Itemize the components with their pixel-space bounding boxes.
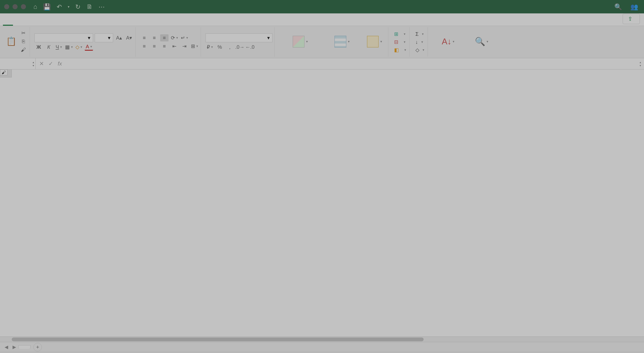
more-icon[interactable]: ⋯ [98, 3, 105, 11]
undo-dropdown-icon[interactable]: ▾ [68, 5, 70, 9]
font-name-select[interactable]: ▾ [34, 34, 93, 42]
titlebar: ⌂ 💾 ↶ ▾ ↻ 🗎 ⋯ 🔍 👥 [0, 0, 644, 14]
redo-icon[interactable]: ↻ [75, 3, 80, 11]
tab-developer[interactable] [79, 20, 89, 26]
cells-format-button[interactable]: ◧ [393, 47, 407, 53]
bold-button[interactable]: Ж [34, 44, 43, 51]
tab-formulas[interactable] [36, 20, 46, 26]
decrease-decimal-icon[interactable]: ←.0 [246, 44, 254, 51]
increase-font-icon[interactable]: A▴ [115, 34, 123, 42]
window-controls [4, 4, 26, 9]
ribbon-tabs: ⇪ [0, 14, 644, 26]
align-bottom-icon[interactable]: ≡ [160, 34, 168, 42]
sort-filter-icon[interactable]: A↓ [442, 35, 454, 48]
cell-styles-icon[interactable] [367, 36, 379, 48]
increase-indent-icon[interactable]: ⇥ [180, 43, 188, 50]
add-sheet-button[interactable]: + [34, 343, 42, 351]
align-right-icon[interactable]: ≡ [160, 43, 168, 50]
autosum-button[interactable]: Σ [414, 31, 426, 38]
font-color-button[interactable]: A [85, 44, 93, 51]
cells-insert-button[interactable]: ⊞ [393, 31, 407, 38]
formula-input[interactable] [66, 58, 637, 69]
number-format-select[interactable]: ▾ [206, 34, 272, 42]
save-icon[interactable]: 💾 [43, 3, 51, 11]
percent-icon[interactable]: % [216, 44, 224, 51]
decrease-font-icon[interactable]: A▾ [125, 34, 133, 42]
wrap-text-icon[interactable]: ↵ [180, 34, 188, 42]
next-sheet-icon[interactable]: ▶ [10, 343, 18, 351]
underline-button[interactable]: Ч [54, 44, 63, 51]
border-button[interactable]: ▦ [64, 44, 73, 51]
close-window-icon[interactable] [4, 4, 9, 9]
insert-cells-icon: ⊞ [394, 31, 398, 37]
home-icon[interactable]: ⌂ [34, 3, 37, 10]
orientation-icon[interactable]: ⟳ [170, 34, 178, 42]
document-icon[interactable]: 🗎 [86, 3, 93, 10]
comma-icon[interactable]: , [226, 44, 234, 51]
conditional-format-icon[interactable] [293, 36, 304, 48]
tab-data[interactable] [46, 20, 56, 26]
tab-layout[interactable] [25, 20, 35, 26]
format-as-table-icon[interactable] [334, 36, 346, 48]
share-people-icon[interactable]: 👥 [630, 3, 638, 11]
currency-icon[interactable]: ₽ [206, 44, 214, 51]
find-select-icon[interactable]: 🔍 [475, 35, 488, 48]
ribbon: 📋 ✂ ⎘ 🖌 ▾ ▾ A▴ A▾ Ж К Ч ▦ ◇ A ≡ ≡ ≡ [0, 26, 644, 58]
merge-icon[interactable]: ⊞ [190, 43, 199, 50]
tab-review[interactable] [57, 20, 67, 26]
formula-expand[interactable]: ▴▾ [637, 61, 644, 67]
scrollbar-thumb[interactable] [12, 337, 424, 341]
eraser-icon: ◇ [416, 47, 419, 53]
font-size-select[interactable]: ▾ [95, 34, 113, 42]
share-button[interactable]: ⇪ [623, 14, 640, 24]
minimize-window-icon[interactable] [12, 4, 18, 9]
horizontal-scrollbar[interactable] [0, 336, 644, 342]
name-box[interactable]: ▴▾ [0, 58, 36, 69]
fill-color-button[interactable]: ◇ [75, 44, 83, 51]
status-bar: ⏺ 🙍 ▦ ▤ ▭ − + [0, 352, 644, 353]
search-icon[interactable]: 🔍 [614, 3, 622, 11]
paste-options-icon[interactable]: 🖌 [0, 70, 8, 75]
cut-icon[interactable]: ✂ [19, 30, 28, 37]
cancel-formula-icon[interactable]: ✕ [39, 61, 44, 67]
fx-icon[interactable]: fx [58, 61, 62, 67]
undo-icon[interactable]: ↶ [57, 3, 62, 11]
decrease-indent-icon[interactable]: ⇤ [170, 43, 178, 50]
fill-button[interactable]: ↓ [414, 39, 426, 45]
tab-view[interactable] [68, 20, 78, 26]
maximize-window-icon[interactable] [21, 4, 26, 9]
formula-bar-row: ▴▾ ✕ ✓ fx ▴▾ [0, 58, 644, 70]
align-center-icon[interactable]: ≡ [150, 43, 158, 50]
cells-delete-button[interactable]: ⊟ [393, 39, 407, 45]
copy-icon[interactable]: ⎘ [19, 38, 28, 45]
enter-formula-icon[interactable]: ✓ [48, 61, 53, 67]
increase-decimal-icon[interactable]: .0→ [236, 44, 244, 51]
tab-insert[interactable] [14, 20, 24, 26]
format-painter-icon[interactable]: 🖌 [19, 46, 28, 53]
align-middle-icon[interactable]: ≡ [150, 34, 158, 42]
format-cells-icon: ◧ [394, 47, 399, 53]
share-icon: ⇪ [628, 16, 632, 22]
italic-button[interactable]: К [44, 44, 53, 51]
quick-access: ⌂ 💾 ↶ ▾ ↻ 🗎 ⋯ [34, 3, 105, 11]
tab-home[interactable] [3, 19, 13, 26]
paste-icon[interactable]: 📋 [5, 35, 18, 48]
fill-down-icon: ↓ [416, 39, 418, 45]
prev-sheet-icon[interactable]: ◀ [2, 343, 10, 351]
sheet-tab[interactable] [18, 345, 30, 349]
spreadsheet-grid[interactable]: 🖌 [0, 70, 644, 336]
sheet-tab-bar: ◀ ▶ + [0, 342, 644, 352]
delete-cells-icon: ⊟ [394, 39, 398, 45]
sigma-icon: Σ [416, 31, 418, 37]
align-left-icon[interactable]: ≡ [140, 43, 148, 50]
clear-button[interactable]: ◇ [414, 47, 426, 53]
align-top-icon[interactable]: ≡ [140, 34, 148, 42]
